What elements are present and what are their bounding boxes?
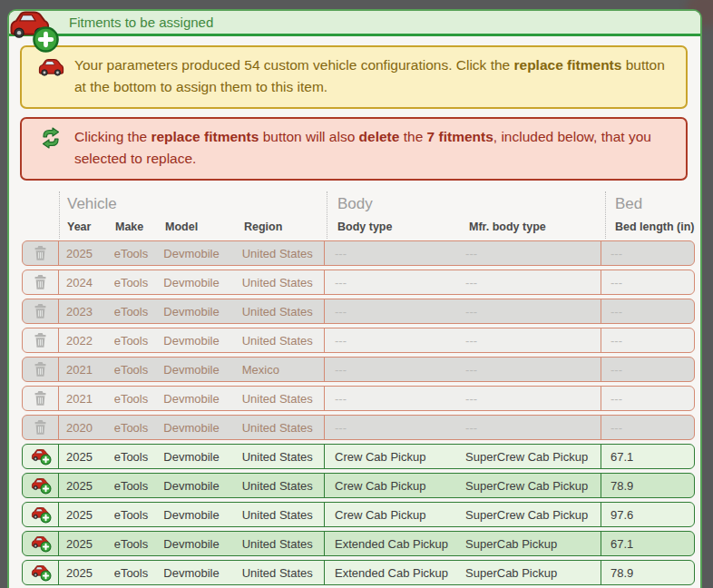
table-body: 2025 eTools Devmobile United States --- … (22, 240, 695, 588)
row-action-cell[interactable] (23, 328, 58, 352)
cell-mfr-body-type: --- (458, 305, 601, 318)
row-action-cell[interactable] (23, 561, 58, 584)
cell-model: Devmobile (156, 305, 234, 318)
icon-column-spacer (22, 191, 59, 239)
table-row: 2024 eTools Devmobile United States --- … (22, 270, 695, 295)
row-action-cell[interactable] (23, 416, 58, 439)
column-header-make: Make (108, 220, 158, 233)
row-action-cell[interactable] (23, 445, 58, 468)
trash-icon (34, 419, 47, 436)
table-row: 2020 eTools Devmobile United States --- … (22, 415, 695, 440)
screen: Fitments to be assigned Your parameters … (0, 0, 713, 588)
cell-make: eTools (107, 247, 157, 260)
column-header-model: Model (158, 220, 237, 233)
group-bed: Bed Bed length (in) (605, 191, 695, 239)
cell-mfr-body-type: --- (458, 421, 601, 435)
fitments-dialog: Fitments to be assigned Your parameters … (7, 9, 702, 588)
row-action-cell[interactable] (23, 474, 58, 497)
cell-mfr-body-type: --- (458, 392, 601, 406)
cell-body-type: Crew Cab Pickup (325, 479, 458, 493)
column-header-year: Year (60, 220, 108, 233)
cell-bed-length: --- (601, 305, 622, 318)
cell-model: Devmobile (156, 247, 234, 260)
column-header-bed-length: Bed length (in) (606, 220, 695, 233)
cell-year: 2025 (59, 479, 107, 493)
cell-region: United States (235, 508, 324, 522)
group-vehicle: Vehicle Year Make Model Region (59, 191, 327, 239)
row-action-cell[interactable] (23, 358, 58, 381)
table-row: 2021 eTools Devmobile Mexico --- --- --- (22, 357, 695, 382)
column-header-body-type: Body type (327, 220, 462, 233)
row-action-cell[interactable] (23, 387, 58, 410)
table-row: 2025 eTools Devmobile United States Crew… (22, 502, 695, 527)
group-label-bed: Bed (606, 193, 695, 220)
dialog-title: Fitments to be assigned (69, 15, 213, 30)
car-add-icon (30, 476, 52, 495)
cell-year: 2025 (59, 508, 107, 522)
table-row: 2025 eTools Devmobile United States Crew… (22, 473, 695, 498)
cell-mfr-body-type: SuperCab Pickup (458, 566, 601, 580)
cell-body-type: --- (325, 363, 458, 377)
trash-icon (34, 390, 47, 407)
cell-year: 2025 (59, 450, 107, 464)
cell-mfr-body-type: SuperCrew Cab Pickup (458, 508, 601, 522)
cell-body-type: Crew Cab Pickup (325, 508, 458, 522)
row-action-cell[interactable] (23, 503, 58, 526)
cell-make: eTools (107, 450, 157, 464)
cell-region: United States (235, 334, 324, 348)
column-header-mfr-body-type: Mfr. body type (462, 220, 605, 233)
table-row: 2025 eTools Devmobile United States Crew… (22, 444, 695, 469)
cell-bed-length: --- (601, 334, 622, 348)
cell-region: United States (235, 566, 324, 580)
info-banner: Your parameters produced 54 custom vehic… (20, 45, 688, 109)
cell-bed-length: 67.1 (601, 450, 633, 464)
cell-body-type: Extended Cab Pickup (325, 537, 458, 551)
cell-year: 2025 (59, 566, 107, 580)
cell-region: United States (235, 305, 324, 318)
car-add-icon (30, 447, 52, 466)
table-header: Vehicle Year Make Model Region Body Body… (22, 191, 695, 239)
row-action-cell[interactable] (23, 241, 58, 265)
cell-year: 2024 (59, 276, 107, 289)
cell-year: 2021 (59, 392, 107, 406)
cell-year: 2023 (59, 305, 107, 318)
cell-body-type: Extended Cab Pickup (325, 566, 458, 580)
row-action-cell[interactable] (23, 299, 58, 323)
cell-body-type: --- (325, 334, 458, 348)
row-action-cell[interactable] (23, 532, 58, 555)
table-row: 2025 eTools Devmobile United States Exte… (22, 531, 695, 556)
trash-icon (34, 332, 47, 348)
cell-make: eTools (107, 479, 157, 493)
car-add-icon (30, 505, 52, 524)
cell-body-type: --- (325, 276, 458, 289)
cell-year: 2025 (59, 537, 107, 551)
cell-make: eTools (107, 537, 157, 551)
cell-mfr-body-type: SuperCrew Cab Pickup (458, 479, 601, 493)
table-row: 2023 eTools Devmobile United States --- … (22, 299, 695, 324)
cell-bed-length: --- (601, 392, 622, 406)
column-header-region: Region (237, 220, 327, 233)
group-body: Body Body type Mfr. body type (327, 191, 605, 239)
dialog-header: Fitments to be assigned (9, 11, 700, 36)
cell-model: Devmobile (156, 392, 234, 406)
cell-bed-length: 78.9 (601, 479, 633, 493)
cell-model: Devmobile (156, 537, 234, 551)
cell-make: eTools (107, 305, 157, 318)
cell-model: Devmobile (156, 363, 234, 377)
warning-banner: Clicking the replace fitments button wil… (20, 117, 688, 181)
table-row: 2021 eTools Devmobile United States --- … (22, 386, 695, 411)
cell-body-type: --- (325, 247, 458, 260)
cell-region: United States (235, 421, 324, 435)
cell-make: eTools (107, 421, 157, 435)
cell-bed-length: --- (601, 363, 622, 377)
trash-icon (34, 245, 47, 261)
replace-arrows-icon (40, 127, 62, 155)
cell-model: Devmobile (156, 334, 234, 348)
cell-make: eTools (107, 276, 157, 289)
table-row: 2025 eTools Devmobile United States --- … (22, 240, 695, 266)
row-action-cell[interactable] (23, 270, 58, 294)
cell-region: United States (235, 247, 324, 260)
cell-model: Devmobile (156, 508, 234, 522)
cell-region: United States (235, 537, 324, 551)
cell-region: Mexico (235, 363, 324, 377)
